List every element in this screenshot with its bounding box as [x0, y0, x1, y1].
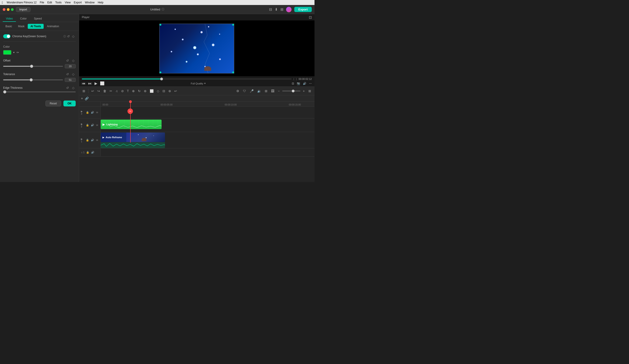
- grid-icon[interactable]: ⊞: [280, 7, 283, 11]
- toolbar-image-icon[interactable]: 🖼: [270, 89, 275, 93]
- offset-slider[interactable]: [3, 66, 63, 67]
- toolbar-zoom-in-icon[interactable]: +: [302, 89, 306, 93]
- color-swatch[interactable]: [3, 50, 11, 55]
- toolbar-mic-icon[interactable]: 🎤: [249, 89, 255, 93]
- frame-back-button[interactable]: ⏭: [88, 82, 92, 86]
- color-dropdown-icon[interactable]: ▾: [13, 51, 14, 54]
- offset-keyframe-icon[interactable]: ◇: [71, 58, 76, 63]
- zoom-slider[interactable]: [282, 91, 301, 91]
- subtab-aitools[interactable]: AI Tools: [28, 24, 44, 29]
- title-info-icon[interactable]: ⓘ: [161, 7, 164, 11]
- tab-color[interactable]: Color: [17, 16, 30, 22]
- snapshot-icon[interactable]: 📷: [297, 82, 300, 85]
- more-options-icon[interactable]: ⋯: [309, 82, 312, 85]
- menu-edit[interactable]: Edit: [47, 1, 52, 4]
- tolerance-reset-icon[interactable]: ↺: [65, 72, 70, 77]
- menu-export[interactable]: Export: [74, 1, 82, 4]
- menu-tools[interactable]: Tools: [55, 1, 62, 4]
- toolbar-layout-icon[interactable]: ⊞: [81, 89, 86, 93]
- toolbar-audio-icon[interactable]: ♫: [114, 89, 119, 93]
- track-3-eye-icon[interactable]: 👁: [96, 111, 99, 114]
- minimize-button[interactable]: [7, 8, 9, 11]
- menu-file[interactable]: File: [40, 1, 44, 4]
- toolbar-cut-icon[interactable]: ✂: [108, 89, 113, 93]
- clip-lightning[interactable]: ▶ Lightning: [101, 120, 161, 129]
- toolbar-shield-icon[interactable]: 🛡: [242, 89, 247, 93]
- reset-button[interactable]: Reset: [45, 100, 61, 106]
- toolbar-delete-icon[interactable]: 🗑: [102, 89, 108, 93]
- toolbar-redo-icon[interactable]: ↪: [96, 89, 101, 93]
- track-1-eye-icon[interactable]: 👁: [96, 139, 99, 142]
- timeline-add-track-button[interactable]: +: [81, 96, 83, 100]
- play-button[interactable]: ▶: [95, 81, 97, 86]
- layout-icon[interactable]: ⊟: [269, 7, 272, 11]
- toolbar-mute-icon[interactable]: ⊘: [120, 89, 125, 93]
- eyedropper-button[interactable]: ✑: [16, 51, 19, 54]
- offset-value[interactable]: [65, 64, 76, 68]
- toolbar-mask-icon[interactable]: ⬜: [149, 89, 155, 93]
- toolbar-ai-icon[interactable]: ⊞: [264, 89, 269, 93]
- toolbar-settings-icon[interactable]: ⚙: [235, 89, 240, 93]
- chroma-key-info-icon[interactable]: ⓘ: [63, 35, 66, 38]
- music-track-lock-icon[interactable]: 🔒: [86, 151, 90, 154]
- edge-thickness-reset-icon[interactable]: ↺: [65, 86, 70, 90]
- import-button[interactable]: Import: [16, 7, 30, 12]
- menu-window[interactable]: Window: [85, 1, 95, 4]
- tab-speed[interactable]: Speed: [31, 16, 45, 22]
- subtab-animation[interactable]: Animation: [44, 24, 62, 29]
- player-expand-icon[interactable]: ⊡: [309, 15, 312, 19]
- track-1-volume-icon[interactable]: 🔊: [91, 138, 94, 142]
- toolbar-crop-icon[interactable]: ⊕: [131, 89, 136, 93]
- stop-button[interactable]: ⬜: [100, 81, 105, 86]
- toolbar-rotate-icon[interactable]: ↻: [137, 89, 142, 93]
- playhead[interactable]: ✂: [130, 102, 131, 143]
- toolbar-text-icon[interactable]: T: [126, 89, 130, 93]
- toolbar-motion-icon[interactable]: ⊛: [143, 89, 148, 93]
- track-1-body: ▶ Auto Reframe: [101, 132, 314, 148]
- fullscreen-icon[interactable]: ⊡: [292, 82, 294, 85]
- track-3-lock-icon[interactable]: 🔒: [86, 111, 89, 114]
- download-icon[interactable]: ⬇: [275, 7, 278, 11]
- track-2-volume-icon[interactable]: 🔊: [91, 123, 94, 127]
- offset-reset-icon[interactable]: ↺: [65, 58, 70, 63]
- toolbar-back-icon[interactable]: ↩: [173, 89, 178, 93]
- tab-video[interactable]: Video: [3, 16, 16, 22]
- menu-filmora[interactable]: Wondershare Filmora 12: [6, 1, 37, 4]
- timeline-link-button[interactable]: 🔗: [85, 97, 89, 100]
- tolerance-value[interactable]: [65, 78, 76, 82]
- quality-selector[interactable]: Full Quality ▾: [191, 82, 205, 85]
- apple-menu[interactable]: : [2, 1, 3, 4]
- clip-autoreframe[interactable]: ▶ Auto Reframe: [101, 133, 165, 142]
- subtab-mask[interactable]: Mask: [15, 24, 27, 29]
- avatar[interactable]: [286, 7, 292, 12]
- edge-thickness-slider[interactable]: [3, 91, 76, 92]
- track-2-lock-icon[interactable]: 🔒: [86, 123, 89, 127]
- track-1-lock-icon[interactable]: 🔒: [86, 138, 89, 142]
- toolbar-grid-icon[interactable]: ⊞: [307, 89, 312, 93]
- toolbar-transition-icon[interactable]: ◇: [156, 89, 160, 93]
- subtab-basic[interactable]: Basic: [3, 24, 15, 29]
- toolbar-effect-icon[interactable]: ⊟: [161, 89, 166, 93]
- edge-thickness-keyframe-icon[interactable]: ◇: [71, 86, 76, 90]
- chroma-key-keyframe-icon[interactable]: ◇: [71, 34, 76, 39]
- export-button[interactable]: Export: [294, 7, 312, 12]
- skip-back-button[interactable]: ⏮: [82, 82, 85, 86]
- toolbar-voice-icon[interactable]: 🔉: [256, 89, 262, 93]
- audio-icon[interactable]: 🔊: [303, 82, 306, 85]
- track-3-volume-icon[interactable]: 🔊: [91, 111, 94, 114]
- close-button[interactable]: [3, 8, 5, 11]
- menu-view[interactable]: View: [65, 1, 71, 4]
- toolbar-zoom-out-icon[interactable]: −: [277, 89, 281, 93]
- playback-progress[interactable]: [82, 79, 292, 80]
- chroma-key-toggle[interactable]: [3, 34, 10, 38]
- tolerance-slider[interactable]: [3, 80, 63, 80]
- toolbar-stabilize-icon[interactable]: ⊛: [167, 89, 172, 93]
- tolerance-keyframe-icon[interactable]: ◇: [71, 72, 76, 77]
- maximize-button[interactable]: [11, 8, 14, 11]
- toolbar-undo-icon[interactable]: ↩: [90, 89, 95, 93]
- track-2-eye-icon[interactable]: 👁: [96, 124, 99, 127]
- menu-help[interactable]: Help: [98, 1, 103, 4]
- chroma-key-reset-icon[interactable]: ↺: [66, 34, 71, 39]
- ok-button[interactable]: OK: [63, 100, 76, 106]
- music-track-volume-icon[interactable]: 🔊: [91, 151, 95, 154]
